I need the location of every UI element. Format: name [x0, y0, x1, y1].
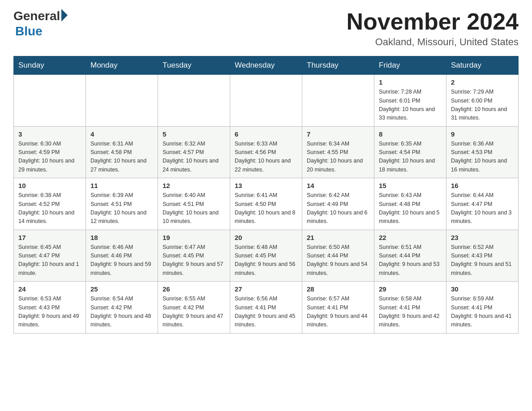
- calendar-cell: 11Sunrise: 6:39 AM Sunset: 4:51 PM Dayli…: [86, 178, 158, 230]
- weekday-header-saturday: Saturday: [446, 56, 519, 75]
- calendar-cell: 25Sunrise: 6:54 AM Sunset: 4:42 PM Dayli…: [86, 282, 158, 334]
- calendar-week-row: 24Sunrise: 6:53 AM Sunset: 4:43 PM Dayli…: [14, 282, 519, 334]
- day-info: Sunrise: 6:38 AM Sunset: 4:52 PM Dayligh…: [18, 191, 81, 226]
- day-info: Sunrise: 6:35 AM Sunset: 4:54 PM Dayligh…: [379, 140, 442, 175]
- calendar-cell: 17Sunrise: 6:45 AM Sunset: 4:47 PM Dayli…: [14, 230, 86, 282]
- day-number: 21: [307, 234, 369, 241]
- day-number: 16: [451, 182, 514, 189]
- day-number: 10: [18, 182, 81, 189]
- calendar-cell: 13Sunrise: 6:41 AM Sunset: 4:50 PM Dayli…: [230, 178, 302, 230]
- day-info: Sunrise: 7:29 AM Sunset: 6:00 PM Dayligh…: [451, 88, 514, 123]
- logo-blue-text: Blue: [15, 24, 43, 39]
- weekday-header-thursday: Thursday: [302, 56, 374, 75]
- calendar-week-row: 1Sunrise: 7:28 AM Sunset: 6:01 PM Daylig…: [14, 75, 519, 127]
- calendar-cell: 9Sunrise: 6:36 AM Sunset: 4:53 PM Daylig…: [446, 126, 519, 178]
- calendar-cell: 8Sunrise: 6:35 AM Sunset: 4:54 PM Daylig…: [374, 126, 446, 178]
- day-number: 8: [379, 130, 442, 138]
- calendar-cell: 2Sunrise: 7:29 AM Sunset: 6:00 PM Daylig…: [446, 75, 519, 127]
- day-number: 28: [307, 285, 369, 293]
- day-number: 25: [90, 285, 153, 293]
- weekday-header-wednesday: Wednesday: [230, 56, 302, 75]
- calendar-cell: 5Sunrise: 6:32 AM Sunset: 4:57 PM Daylig…: [158, 126, 230, 178]
- day-number: 1: [379, 78, 442, 86]
- calendar-cell: 22Sunrise: 6:51 AM Sunset: 4:44 PM Dayli…: [374, 230, 446, 282]
- day-info: Sunrise: 6:39 AM Sunset: 4:51 PM Dayligh…: [90, 191, 153, 226]
- calendar-cell: 24Sunrise: 6:53 AM Sunset: 4:43 PM Dayli…: [14, 282, 86, 334]
- calendar-cell: 20Sunrise: 6:48 AM Sunset: 4:45 PM Dayli…: [230, 230, 302, 282]
- day-info: Sunrise: 6:34 AM Sunset: 4:55 PM Dayligh…: [307, 140, 369, 175]
- calendar-cell: 4Sunrise: 6:31 AM Sunset: 4:58 PM Daylig…: [86, 126, 158, 178]
- day-number: 5: [163, 130, 225, 138]
- day-number: 22: [379, 234, 442, 241]
- calendar-week-row: 3Sunrise: 6:30 AM Sunset: 4:59 PM Daylig…: [14, 126, 519, 178]
- weekday-header-monday: Monday: [86, 56, 158, 75]
- day-number: 2: [451, 78, 514, 86]
- calendar-cell: 16Sunrise: 6:44 AM Sunset: 4:47 PM Dayli…: [446, 178, 519, 230]
- day-info: Sunrise: 6:47 AM Sunset: 4:45 PM Dayligh…: [163, 243, 225, 278]
- calendar-cell: 19Sunrise: 6:47 AM Sunset: 4:45 PM Dayli…: [158, 230, 230, 282]
- day-number: 14: [307, 182, 369, 189]
- day-info: Sunrise: 6:50 AM Sunset: 4:44 PM Dayligh…: [307, 243, 369, 278]
- day-number: 4: [90, 130, 153, 138]
- calendar-cell: [230, 75, 302, 127]
- day-number: 19: [163, 234, 225, 241]
- day-number: 20: [235, 234, 297, 241]
- logo: General Blue: [13, 9, 68, 39]
- calendar-cell: 18Sunrise: 6:46 AM Sunset: 4:46 PM Dayli…: [86, 230, 158, 282]
- day-info: Sunrise: 6:59 AM Sunset: 4:41 PM Dayligh…: [451, 295, 514, 330]
- day-number: 6: [235, 130, 297, 138]
- day-number: 23: [451, 234, 514, 241]
- calendar-cell: 1Sunrise: 7:28 AM Sunset: 6:01 PM Daylig…: [374, 75, 446, 127]
- calendar-cell: 26Sunrise: 6:55 AM Sunset: 4:42 PM Dayli…: [158, 282, 230, 334]
- day-number: 15: [379, 182, 442, 189]
- day-number: 7: [307, 130, 369, 138]
- day-info: Sunrise: 6:57 AM Sunset: 4:41 PM Dayligh…: [307, 295, 369, 330]
- day-info: Sunrise: 6:44 AM Sunset: 4:47 PM Dayligh…: [451, 191, 514, 226]
- calendar-cell: 29Sunrise: 6:58 AM Sunset: 4:41 PM Dayli…: [374, 282, 446, 334]
- calendar-week-row: 17Sunrise: 6:45 AM Sunset: 4:47 PM Dayli…: [14, 230, 519, 282]
- weekday-header-friday: Friday: [374, 56, 446, 75]
- calendar-cell: [86, 75, 158, 127]
- weekday-header-sunday: Sunday: [14, 56, 86, 75]
- calendar-cell: 3Sunrise: 6:30 AM Sunset: 4:59 PM Daylig…: [14, 126, 86, 178]
- day-number: 13: [235, 182, 297, 189]
- calendar-cell: [14, 75, 86, 127]
- logo-triangle-icon: [61, 9, 68, 21]
- calendar-cell: [302, 75, 374, 127]
- calendar-table: SundayMondayTuesdayWednesdayThursdayFrid…: [13, 56, 519, 334]
- day-info: Sunrise: 6:42 AM Sunset: 4:49 PM Dayligh…: [307, 191, 369, 226]
- day-number: 9: [451, 130, 514, 138]
- day-number: 30: [451, 285, 514, 293]
- calendar-cell: 28Sunrise: 6:57 AM Sunset: 4:41 PM Dayli…: [302, 282, 374, 334]
- day-number: 24: [18, 285, 81, 293]
- day-info: Sunrise: 6:51 AM Sunset: 4:44 PM Dayligh…: [379, 243, 442, 278]
- day-number: 17: [18, 234, 81, 241]
- day-info: Sunrise: 6:30 AM Sunset: 4:59 PM Dayligh…: [18, 140, 81, 175]
- day-info: Sunrise: 6:40 AM Sunset: 4:51 PM Dayligh…: [163, 191, 225, 226]
- location-text: Oakland, Missouri, United States: [347, 36, 519, 48]
- day-info: Sunrise: 6:41 AM Sunset: 4:50 PM Dayligh…: [235, 191, 297, 226]
- day-info: Sunrise: 6:53 AM Sunset: 4:43 PM Dayligh…: [18, 295, 81, 330]
- calendar-cell: 14Sunrise: 6:42 AM Sunset: 4:49 PM Dayli…: [302, 178, 374, 230]
- day-info: Sunrise: 6:32 AM Sunset: 4:57 PM Dayligh…: [163, 140, 225, 175]
- logo-general-text: General: [13, 9, 60, 23]
- page-header: General Blue November 2024 Oakland, Miss…: [13, 9, 519, 48]
- day-info: Sunrise: 6:55 AM Sunset: 4:42 PM Dayligh…: [163, 295, 225, 330]
- day-number: 11: [90, 182, 153, 189]
- calendar-cell: 21Sunrise: 6:50 AM Sunset: 4:44 PM Dayli…: [302, 230, 374, 282]
- day-info: Sunrise: 6:31 AM Sunset: 4:58 PM Dayligh…: [90, 140, 153, 175]
- day-number: 27: [235, 285, 297, 293]
- calendar-cell: 15Sunrise: 6:43 AM Sunset: 4:48 PM Dayli…: [374, 178, 446, 230]
- day-info: Sunrise: 6:56 AM Sunset: 4:41 PM Dayligh…: [235, 295, 297, 330]
- day-info: Sunrise: 6:33 AM Sunset: 4:56 PM Dayligh…: [235, 140, 297, 175]
- day-info: Sunrise: 6:58 AM Sunset: 4:41 PM Dayligh…: [379, 295, 442, 330]
- day-info: Sunrise: 6:46 AM Sunset: 4:46 PM Dayligh…: [90, 243, 153, 278]
- day-info: Sunrise: 6:43 AM Sunset: 4:48 PM Dayligh…: [379, 191, 442, 226]
- day-number: 18: [90, 234, 153, 241]
- day-info: Sunrise: 6:52 AM Sunset: 4:43 PM Dayligh…: [451, 243, 514, 278]
- day-info: Sunrise: 7:28 AM Sunset: 6:01 PM Dayligh…: [379, 88, 442, 123]
- month-title: November 2024: [347, 9, 519, 34]
- weekday-header-row: SundayMondayTuesdayWednesdayThursdayFrid…: [14, 56, 519, 75]
- calendar-cell: 10Sunrise: 6:38 AM Sunset: 4:52 PM Dayli…: [14, 178, 86, 230]
- calendar-cell: 6Sunrise: 6:33 AM Sunset: 4:56 PM Daylig…: [230, 126, 302, 178]
